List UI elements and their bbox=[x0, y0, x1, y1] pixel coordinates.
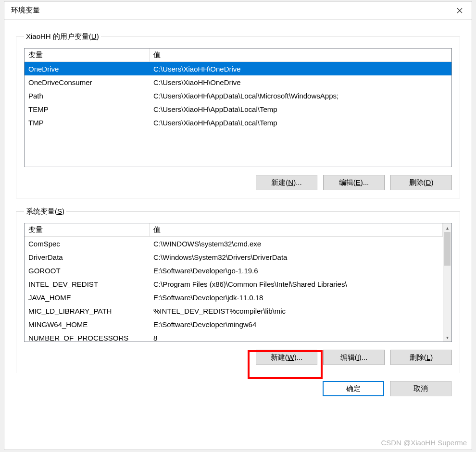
system-list-header: 变量 值 bbox=[25, 223, 443, 237]
variable-value: C:\Users\XiaoHH\OneDrive bbox=[150, 78, 451, 86]
close-icon bbox=[457, 8, 463, 13]
table-row[interactable]: OneDriveConsumerC:\Users\XiaoHH\OneDrive bbox=[25, 75, 451, 89]
table-row[interactable]: ComSpecC:\WINDOWS\system32\cmd.exe bbox=[25, 237, 443, 250]
system-header-variable[interactable]: 变量 bbox=[25, 223, 150, 236]
variable-name: OneDrive bbox=[25, 65, 150, 73]
system-edit-button[interactable]: 编辑(I)... bbox=[323, 350, 385, 365]
user-new-button[interactable]: 新建(N)... bbox=[256, 175, 317, 190]
variable-value: E:\Software\Developer\go-1.19.6 bbox=[150, 267, 443, 275]
ok-button[interactable]: 确定 bbox=[323, 381, 384, 396]
environment-variables-dialog: 环境变量 XiaoHH 的用户变量(U) 变量 值 OneDriveC:\Use… bbox=[4, 1, 472, 450]
user-variables-list[interactable]: 变量 值 OneDriveC:\Users\XiaoHH\OneDriveOne… bbox=[24, 48, 452, 167]
close-button[interactable] bbox=[448, 2, 472, 19]
user-button-row: 新建(N)... 编辑(E)... 删除(D) bbox=[24, 175, 452, 190]
variable-name: ComSpec bbox=[25, 240, 150, 248]
user-edit-button[interactable]: 编辑(E)... bbox=[323, 175, 385, 190]
table-row[interactable]: MINGW64_HOMEE:\Software\Developer\mingw6… bbox=[25, 318, 443, 331]
user-list-header: 变量 值 bbox=[25, 49, 451, 62]
variable-value: C:\Program Files (x86)\Common Files\Inte… bbox=[150, 280, 443, 288]
variable-value: C:\Users\XiaoHH\AppData\Local\Temp bbox=[150, 119, 451, 127]
table-row[interactable]: DriverDataC:\Windows\System32\Drivers\Dr… bbox=[25, 250, 443, 264]
titlebar: 环境变量 bbox=[4, 1, 472, 20]
variable-value: 8 bbox=[150, 334, 443, 342]
system-variables-legend: 系统变量(S) bbox=[24, 207, 66, 216]
sys-legend-suffix: ) bbox=[62, 207, 64, 215]
table-row[interactable]: TEMPC:\Users\XiaoHH\AppData\Local\Temp bbox=[25, 102, 451, 116]
user-legend-hotkey: U bbox=[91, 32, 97, 40]
scroll-up-arrow-icon[interactable]: ▴ bbox=[443, 223, 451, 232]
variable-name: TMP bbox=[25, 119, 150, 127]
variable-name: TEMP bbox=[25, 105, 150, 113]
user-header-variable[interactable]: 变量 bbox=[25, 49, 150, 61]
system-button-row: 新建(W)... 编辑(I)... 删除(L) bbox=[24, 350, 452, 365]
variable-name: NUMBER_OF_PROCESSORS bbox=[25, 334, 150, 342]
user-legend-prefix: XiaoHH 的用户变量( bbox=[26, 32, 91, 40]
user-delete-button[interactable]: 删除(D) bbox=[390, 175, 452, 190]
sys-legend-hotkey: S bbox=[57, 207, 62, 215]
variable-value: E:\Software\Developer\mingw64 bbox=[150, 320, 443, 329]
variable-name: Path bbox=[25, 92, 150, 100]
variable-value: C:\Users\XiaoHH\AppData\Local\Microsoft\… bbox=[150, 92, 451, 100]
dialog-footer: 确定 取消 bbox=[13, 377, 463, 401]
variable-name: JAVA_HOME bbox=[25, 293, 150, 302]
system-delete-button[interactable]: 删除(L) bbox=[390, 350, 452, 365]
table-row[interactable]: NUMBER_OF_PROCESSORS8 bbox=[25, 331, 443, 342]
variable-value: E:\Software\Developer\jdk-11.0.18 bbox=[150, 293, 443, 302]
table-row[interactable]: INTEL_DEV_REDISTC:\Program Files (x86)\C… bbox=[25, 277, 443, 291]
variable-name: GOROOT bbox=[25, 267, 150, 275]
table-row[interactable]: GOROOTE:\Software\Developer\go-1.19.6 bbox=[25, 264, 443, 277]
table-row[interactable]: JAVA_HOMEE:\Software\Developer\jdk-11.0.… bbox=[25, 291, 443, 304]
variable-value: C:\Users\XiaoHH\AppData\Local\Temp bbox=[150, 105, 451, 113]
scroll-thumb[interactable] bbox=[444, 232, 451, 266]
table-row[interactable]: TMPC:\Users\XiaoHH\AppData\Local\Temp bbox=[25, 116, 451, 129]
user-header-value[interactable]: 值 bbox=[150, 49, 451, 61]
variable-name: INTEL_DEV_REDIST bbox=[25, 280, 150, 288]
variable-name: OneDriveConsumer bbox=[25, 78, 150, 86]
variable-name: MINGW64_HOME bbox=[25, 320, 150, 329]
scroll-track[interactable] bbox=[443, 232, 451, 333]
window-title: 环境变量 bbox=[11, 6, 40, 15]
variable-value: %INTEL_DEV_REDIST%compiler\lib\mic bbox=[150, 307, 443, 315]
table-row[interactable]: MIC_LD_LIBRARY_PATH%INTEL_DEV_REDIST%com… bbox=[25, 304, 443, 318]
user-variables-group: XiaoHH 的用户变量(U) 变量 值 OneDriveC:\Users\Xi… bbox=[16, 32, 460, 198]
variable-value: C:\WINDOWS\system32\cmd.exe bbox=[150, 240, 443, 248]
variable-name: DriverData bbox=[25, 253, 150, 261]
system-header-value[interactable]: 值 bbox=[150, 223, 443, 236]
system-variables-group: 系统变量(S) 变量 值 ComSpecC:\WINDOWS\system32\… bbox=[16, 207, 460, 373]
system-list-scrollbar[interactable]: ▴ ▾ bbox=[443, 223, 451, 342]
user-variables-legend: XiaoHH 的用户变量(U) bbox=[24, 32, 101, 41]
variable-value: C:\Users\XiaoHH\OneDrive bbox=[150, 65, 451, 73]
cancel-button[interactable]: 取消 bbox=[390, 381, 451, 396]
system-variables-list[interactable]: 变量 值 ComSpecC:\WINDOWS\system32\cmd.exeD… bbox=[24, 223, 452, 342]
variable-value: C:\Windows\System32\Drivers\DriverData bbox=[150, 253, 443, 261]
sys-legend-prefix: 系统变量( bbox=[26, 207, 57, 215]
user-legend-suffix: ) bbox=[97, 32, 99, 40]
variable-name: MIC_LD_LIBRARY_PATH bbox=[25, 307, 150, 315]
scroll-down-arrow-icon[interactable]: ▾ bbox=[443, 333, 451, 342]
table-row[interactable]: OneDriveC:\Users\XiaoHH\OneDrive bbox=[25, 62, 451, 75]
system-new-button[interactable]: 新建(W)... bbox=[256, 350, 317, 365]
table-row[interactable]: PathC:\Users\XiaoHH\AppData\Local\Micros… bbox=[25, 89, 451, 102]
